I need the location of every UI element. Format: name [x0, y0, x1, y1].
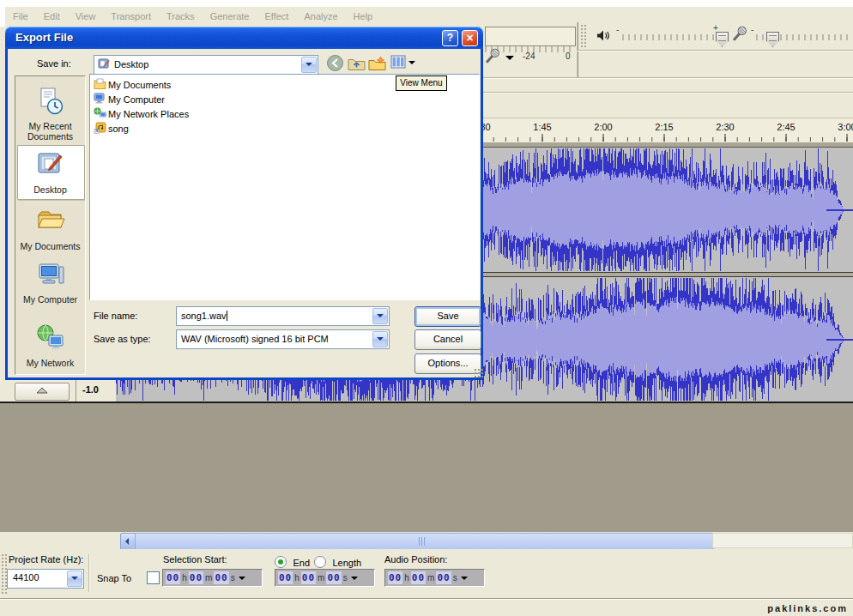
- save-as-type-value: WAV (Microsoft) signed 16 bit PCM: [181, 334, 329, 344]
- view-menu-icon[interactable]: [390, 55, 406, 72]
- vertical-scale-label: -1.0: [82, 384, 99, 395]
- audio-position-label: Audio Position:: [384, 554, 447, 565]
- menu-item-help[interactable]: Help: [346, 9, 381, 21]
- menu-item-edit[interactable]: Edit: [36, 9, 68, 21]
- scrollbar-thumb[interactable]: [135, 533, 714, 550]
- menu-item-effect[interactable]: Effect: [257, 9, 297, 21]
- file-name-value: song1.wav: [181, 311, 227, 321]
- time-digit[interactable]: 00: [166, 571, 180, 584]
- meter-dropdown-button[interactable]: [502, 53, 517, 63]
- menu-item-transport[interactable]: Transport: [103, 9, 159, 21]
- export-file-dialog: Export File ? × Save in: Desktop View Me…: [5, 27, 483, 380]
- menu-item-generate[interactable]: Generate: [203, 9, 257, 21]
- timeline-label: 2:30: [716, 122, 734, 132]
- help-button[interactable]: ?: [442, 30, 458, 46]
- toolbar-dock: -24 0 - + -: [483, 22, 853, 118]
- place-item-my-computer[interactable]: My Computer: [15, 260, 85, 305]
- save-button[interactable]: Save: [414, 306, 481, 327]
- input-volume-slider[interactable]: [751, 24, 853, 50]
- end-radio[interactable]: End: [275, 554, 310, 570]
- places-bar: My Recent DocumentsDesktopMy DocumentsMy…: [15, 75, 86, 375]
- file-list-item[interactable]: My Network Places: [94, 106, 479, 121]
- scrollbar-track[interactable]: [712, 533, 853, 548]
- cancel-button[interactable]: Cancel: [414, 329, 481, 350]
- track-control-panel: -1.0: [0, 380, 116, 402]
- network-icon: [94, 107, 108, 120]
- up-one-level-icon[interactable]: [348, 56, 366, 75]
- close-button[interactable]: ×: [462, 30, 478, 46]
- timeline-label: 3:00: [838, 122, 853, 132]
- my-computer-icon: [15, 260, 85, 293]
- time-unit-label: h: [293, 573, 301, 583]
- text-caret: [227, 311, 227, 321]
- input-microphone-icon: [730, 24, 747, 48]
- place-item-my-documents[interactable]: My Documents: [15, 207, 85, 251]
- place-item-my-recent-documents[interactable]: My Recent Documents: [15, 87, 85, 142]
- chevron-down-icon[interactable]: [351, 577, 358, 580]
- time-digit[interactable]: 00: [436, 571, 451, 584]
- length-radio[interactable]: Length: [314, 554, 361, 570]
- file-list-item[interactable]: song: [94, 121, 479, 136]
- timeline-label: 2:00: [594, 122, 612, 132]
- save-as-type-combobox[interactable]: WAV (Microsoft) signed 16 bit PCM: [176, 329, 390, 349]
- time-digit[interactable]: 00: [278, 571, 293, 584]
- file-name-input[interactable]: song1.wav: [176, 306, 390, 326]
- file-name-label: File name:: [94, 311, 137, 321]
- project-rate-combobox[interactable]: 44100: [7, 569, 84, 589]
- place-item-desktop[interactable]: Desktop: [15, 150, 85, 195]
- dialog-resize-grip[interactable]: [474, 368, 484, 378]
- back-icon[interactable]: [326, 54, 344, 75]
- menu-item-analyze[interactable]: Analyze: [296, 9, 345, 21]
- new-folder-icon[interactable]: [368, 56, 386, 75]
- selection-start-field[interactable]: 00h00m00s: [162, 569, 263, 587]
- file-list[interactable]: My DocumentsMy ComputerMy Network Places…: [89, 74, 480, 300]
- scrollbar-thumb-grip: [419, 537, 426, 546]
- radio-icon[interactable]: [314, 556, 326, 568]
- menu-item-file[interactable]: File: [5, 9, 36, 21]
- chevron-down-icon[interactable]: [372, 308, 388, 324]
- time-digit[interactable]: 00: [189, 571, 203, 584]
- place-item-my-network[interactable]: My Network: [15, 323, 85, 368]
- time-digit[interactable]: 00: [301, 571, 316, 584]
- options-button[interactable]: Options...: [414, 353, 481, 374]
- view-menu-tooltip: View Menu: [396, 75, 447, 91]
- chevron-down-icon[interactable]: [301, 57, 317, 73]
- time-digit[interactable]: 00: [388, 571, 402, 584]
- time-digit[interactable]: 00: [411, 571, 426, 584]
- audio-position-field[interactable]: 00h00m00s: [384, 569, 485, 587]
- menu-item-view[interactable]: View: [68, 9, 104, 21]
- meter-scale-label: -24: [523, 51, 535, 61]
- track-collapse-button[interactable]: [15, 383, 70, 401]
- dialog-title-bar[interactable]: Export File ? ×: [5, 27, 483, 49]
- toolbar-divider: [577, 50, 853, 51]
- radio-icon[interactable]: [275, 556, 287, 568]
- output-volume-slider[interactable]: [616, 24, 732, 50]
- length-radio-label: Length: [332, 558, 361, 568]
- snap-to-label: Snap To: [97, 573, 131, 583]
- time-unit-label: m: [316, 573, 326, 583]
- toolbar-divider: [483, 92, 853, 94]
- save-in-combobox[interactable]: Desktop: [94, 55, 318, 75]
- chevron-down-icon[interactable]: [461, 577, 468, 580]
- snap-to-checkbox[interactable]: [147, 571, 160, 584]
- my-documents-icon: [15, 207, 85, 239]
- chevron-down-icon[interactable]: [239, 577, 245, 580]
- timeline-label: 2:45: [777, 122, 795, 132]
- time-digit[interactable]: 00: [214, 571, 228, 584]
- place-item-label: My Network: [15, 358, 85, 368]
- time-unit-label: s: [342, 573, 349, 583]
- chevron-down-icon[interactable]: [67, 571, 82, 587]
- audacity-window: FileEditViewTransportTracksGenerateEffec…: [0, 0, 853, 616]
- time-digit[interactable]: 00: [326, 571, 341, 584]
- screenshot-top-margin: [0, 0, 853, 7]
- selection-end-field[interactable]: 00h00m00s: [275, 569, 375, 587]
- audio-file-icon: [94, 122, 108, 136]
- horizontal-scrollbar: [0, 532, 853, 549]
- computer-icon: [94, 93, 108, 106]
- place-item-label: My Documents: [15, 241, 85, 251]
- file-list-item[interactable]: My Computer: [94, 92, 479, 106]
- menu-item-tracks[interactable]: Tracks: [159, 9, 203, 21]
- chevron-down-icon[interactable]: [372, 331, 388, 347]
- mixer-toolbar-grip[interactable]: [581, 25, 587, 47]
- file-name: My Documents: [108, 80, 171, 90]
